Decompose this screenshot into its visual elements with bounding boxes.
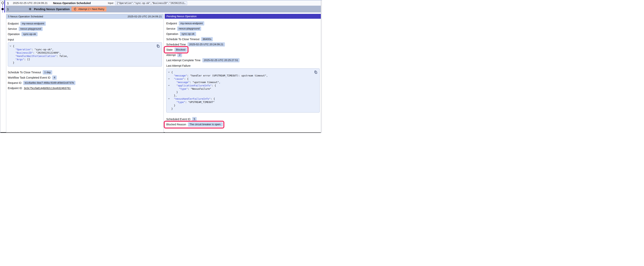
- event-detail-title: 5 Nexus Operation Scheduled: [8, 15, 43, 18]
- code-gutter: [10, 51, 13, 54]
- field-blocked-reason: Blocked ReasonThe circuit breaker is ope…: [166, 122, 223, 127]
- event-detail-fields-bottom: Schedule To Close Timeout1 dayWorkflow T…: [8, 70, 162, 90]
- event-row-scheduled[interactable]: 5 2025-02-25 UTC 20:24:09.21 Nexus Opera…: [6, 1, 321, 6]
- collapse-chevron-icon[interactable]: [10, 45, 13, 48]
- code-gutter: [10, 61, 13, 64]
- field-label: Endpoint ID: [8, 87, 22, 90]
- code-gutter: [168, 74, 171, 77]
- field-label: Service: [166, 27, 176, 30]
- field-service: Servicenexus-playground: [8, 27, 162, 31]
- code-text: "Operation": "sync-op-ok",: [13, 48, 54, 51]
- code-text: "message": "handler error (UPSTREAM_TIME…: [171, 74, 268, 77]
- field-value-link[interactable]: 3c0c75ccfa8144b092c13ce632463761: [24, 87, 71, 90]
- field-label: State: [166, 48, 173, 51]
- code-text: },: [171, 94, 177, 97]
- code-text: }: [171, 91, 178, 94]
- field-label: Blocked Reason: [166, 123, 186, 126]
- code-text: "type": "UPSTREAM_TIMEOUT": [171, 100, 214, 104]
- code-text: "BusinessID": "20250225122409",: [13, 51, 61, 54]
- field-value-chip: nexus-playground: [177, 27, 201, 31]
- event-detail-timestamp: 2025-02-25 UTC 20:24:09.21: [128, 15, 162, 18]
- field-label: Attempt: [166, 54, 176, 57]
- copy-icon[interactable]: [156, 44, 160, 48]
- code-gutter: [168, 94, 171, 97]
- field-label: Operation: [8, 33, 20, 36]
- code-text: "HandlerWaitForCancellation": false,: [13, 54, 68, 58]
- pending-fields-bottom: Scheduled Event ID5Blocked ReasonThe cir…: [166, 117, 320, 127]
- code-gutter: [168, 100, 171, 104]
- collapse-chevron-icon[interactable]: [168, 71, 171, 74]
- event-input-label: Input: [108, 2, 114, 5]
- pending-id-link[interactable]: 5: [7, 8, 10, 11]
- code-gutter: [168, 81, 171, 84]
- field-label: Scheduled Event ID: [166, 118, 190, 121]
- code-line: "type": "UPSTREAM_TIMEOUT": [168, 100, 318, 104]
- field-label: Workflow Task Completed Event ID: [8, 76, 50, 79]
- field-endpoint: Endpointmy-nexus-endpoint: [166, 21, 320, 26]
- field-operation: Operationsync-op-ok: [8, 32, 162, 36]
- code-text: }: [171, 107, 173, 110]
- collapse-chevron-icon[interactable]: [168, 84, 171, 87]
- pending-operation-header: Pending Nexus Operation: [165, 14, 321, 19]
- field-label: Service: [8, 27, 17, 31]
- code-gutter: [10, 54, 13, 58]
- field-label: Request ID: [8, 81, 22, 84]
- code-line: "applicationFailureInfo": {: [168, 84, 318, 87]
- code-gutter: [10, 58, 13, 61]
- code-line: "nexusHandlerFailureInfo": {: [168, 97, 318, 100]
- code-text: {: [13, 45, 14, 48]
- code-gutter: [168, 91, 171, 94]
- selected-event-indicator-bar: [4, 1, 5, 13]
- field-value-chip: my-nexus-endpoint: [20, 22, 46, 26]
- code-gutter: [168, 104, 171, 107]
- field-label: Last Attempt Complete Time: [166, 59, 200, 62]
- field-label: Schedule To Close Timeout: [166, 38, 200, 41]
- collapse-chevron-icon[interactable]: [168, 97, 171, 100]
- field-value-chip: 86400s: [201, 37, 213, 41]
- field-state: StateBlocked: [166, 48, 187, 52]
- timeline-open-circle-icon: [1, 2, 4, 4]
- code-line: }: [168, 104, 318, 107]
- code-line: "message": "handler error (UPSTREAM_TIME…: [168, 74, 318, 77]
- field-last-attempt-complete-time: Last Attempt Complete Time2025-02-25 UTC…: [166, 58, 320, 62]
- pending-operation-title: Pending Nexus Operation: [166, 15, 197, 18]
- collapse-chevron-icon[interactable]: [168, 77, 171, 81]
- field-value-chip: 2025-02-25 UTC 20:24:09.21: [188, 42, 225, 47]
- field-value-chip: my-nexus-endpoint: [179, 21, 204, 26]
- code-gutter: [10, 48, 13, 51]
- event-timestamp: 2025-02-25 UTC 20:24:09.21: [13, 2, 48, 5]
- code-line: "message": "upstream timeout",: [168, 81, 318, 84]
- field-endpoint: Endpointmy-nexus-endpoint: [8, 22, 162, 26]
- field-value-chip: b1c6a4bc-8ee7-468a-9169-df3b02c8737b: [23, 81, 76, 85]
- timeline-filled-dot-icon: [1, 8, 4, 11]
- pending-operation-panel: Pending Nexus Operation Endpointmy-nexus…: [165, 14, 321, 132]
- failure-section-label: Last Attempt Failure: [166, 64, 320, 67]
- failure-json-lines: {"message": "handler error (UPSTREAM_TIM…: [168, 71, 318, 110]
- code-line: "Operation": "sync-op-ok",: [10, 48, 160, 51]
- copy-icon[interactable]: [314, 70, 318, 74]
- code-text: }: [13, 61, 14, 64]
- attempt-retry-badge: Attempt 2 • Next Retry: [72, 7, 106, 12]
- code-line: "BusinessID": "20250225122409",: [10, 51, 160, 54]
- code-line: }: [10, 61, 160, 64]
- code-gutter: [168, 107, 171, 110]
- event-id-link[interactable]: 5: [7, 2, 10, 5]
- code-line: "Args": []: [10, 58, 160, 61]
- pending-operation-row[interactable]: 5 Pending Nexus Operation Attempt 2 • Ne…: [6, 6, 321, 13]
- field-service: Servicenexus-playground: [166, 27, 320, 31]
- field-value-chip: The circuit breaker is open.: [188, 122, 223, 127]
- code-line: }: [168, 107, 318, 110]
- field-label: Endpoint: [166, 22, 177, 25]
- code-text: "nexusHandlerFailureInfo": {: [171, 97, 215, 100]
- code-line: {: [168, 71, 318, 74]
- field-attempt: Attempt2: [166, 53, 320, 57]
- code-text: "applicationFailureInfo": {: [171, 84, 216, 87]
- field-workflow-task-completed-event-id: Workflow Task Completed Event ID4: [8, 76, 162, 80]
- field-value-chip: 1 day: [43, 70, 52, 75]
- field-label: Scheduled Time: [166, 43, 186, 46]
- code-text: {: [171, 71, 173, 74]
- pending-asterisk-icon: [29, 8, 32, 11]
- event-timeline-gutter: [0, 1, 6, 14]
- scrollbar-gutter[interactable]: [321, 1, 322, 133]
- event-input-preview-chip[interactable]: {"Operation":"sync-op-ok","BusinessID":"…: [115, 1, 187, 5]
